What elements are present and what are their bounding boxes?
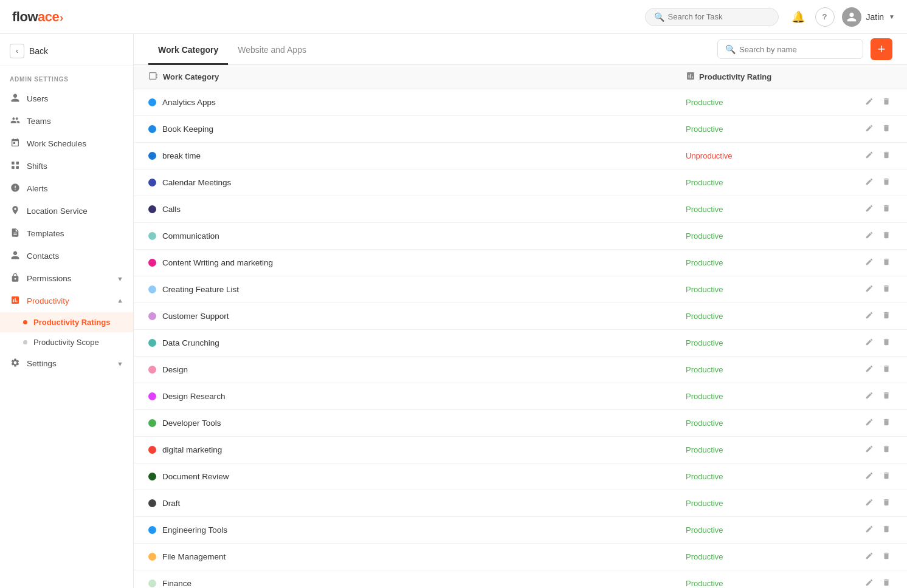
- row-category-14: Document Review: [148, 472, 686, 481]
- edit-button-13[interactable]: [863, 443, 875, 457]
- back-button[interactable]: ‹ Back: [0, 34, 133, 66]
- delete-button-8[interactable]: [880, 309, 892, 323]
- edit-button-11[interactable]: [863, 389, 875, 403]
- table-row: Calendar Meetings Productive: [134, 169, 907, 196]
- delete-button-12[interactable]: [880, 416, 892, 430]
- delete-button-14[interactable]: [880, 470, 892, 484]
- edit-button-16[interactable]: [863, 523, 875, 537]
- sidebar-item-alerts[interactable]: Alerts: [0, 177, 133, 200]
- delete-button-9[interactable]: [880, 336, 892, 350]
- productivity-scope-dot: [23, 340, 27, 344]
- global-search-input[interactable]: [668, 12, 770, 21]
- sidebar-item-productivity-scope[interactable]: Productivity Scope: [0, 332, 133, 352]
- edit-button-14[interactable]: [863, 470, 875, 484]
- navbar: flowace› 🔍 🔔 ? Jatin ▼: [0, 0, 907, 34]
- edit-button-7[interactable]: [863, 282, 875, 296]
- edit-button-9[interactable]: [863, 336, 875, 350]
- edit-button-10[interactable]: [863, 363, 875, 377]
- delete-button-1[interactable]: [880, 122, 892, 136]
- edit-button-15[interactable]: [863, 496, 875, 510]
- row-rating-13: Productive: [686, 445, 856, 454]
- col-category-header: Work Category: [148, 71, 686, 83]
- delete-button-15[interactable]: [880, 496, 892, 510]
- delete-button-3[interactable]: [880, 176, 892, 190]
- table-row: Customer Support Productive: [134, 303, 907, 330]
- sidebar-item-contacts[interactable]: Contacts: [0, 245, 133, 267]
- tab-work-category[interactable]: Work Category: [148, 34, 228, 65]
- category-name-12: Developer Tools: [162, 419, 221, 428]
- delete-button-0[interactable]: [880, 95, 892, 109]
- table-body: Analytics Apps Productive Book Keeping P…: [134, 89, 907, 588]
- sidebar-item-productivity-ratings[interactable]: Productivity Ratings: [0, 312, 133, 332]
- sidebar-item-location-service[interactable]: Location Service: [0, 200, 133, 222]
- svg-rect-0: [12, 162, 15, 165]
- row-actions-9: [856, 336, 892, 350]
- logo-accent: ace: [38, 9, 59, 24]
- user-section[interactable]: Jatin ▼: [842, 7, 895, 27]
- row-category-13: digital marketing: [148, 445, 686, 454]
- productivity-chevron-icon: ▼: [117, 298, 123, 305]
- row-rating-14: Productive: [686, 472, 856, 481]
- help-icon[interactable]: ?: [815, 7, 835, 27]
- delete-button-7[interactable]: [880, 282, 892, 296]
- category-dot-16: [148, 526, 156, 534]
- logo: flowace›: [12, 9, 63, 25]
- sidebar-item-settings[interactable]: Settings ▼: [0, 352, 133, 375]
- table-row: Calls Productive: [134, 196, 907, 223]
- edit-button-18[interactable]: [863, 576, 875, 588]
- sidebar-item-productivity[interactable]: Productivity ▼: [0, 290, 133, 312]
- sidebar-item-teams[interactable]: Teams: [0, 110, 133, 132]
- edit-button-4[interactable]: [863, 202, 875, 216]
- global-search-bar[interactable]: 🔍: [645, 8, 779, 26]
- edit-button-0[interactable]: [863, 95, 875, 109]
- add-button[interactable]: +: [871, 38, 892, 60]
- edit-button-3[interactable]: [863, 176, 875, 190]
- row-actions-0: [856, 95, 892, 109]
- sidebar-item-work-schedules[interactable]: Work Schedules: [0, 132, 133, 155]
- delete-button-5[interactable]: [880, 229, 892, 243]
- permissions-icon: [10, 273, 21, 284]
- edit-button-1[interactable]: [863, 122, 875, 136]
- row-actions-11: [856, 389, 892, 403]
- delete-button-13[interactable]: [880, 443, 892, 457]
- delete-button-2[interactable]: [880, 149, 892, 163]
- search-by-name-bar[interactable]: 🔍: [717, 39, 863, 59]
- logo-text: flowace›: [12, 9, 63, 25]
- sidebar-item-templates[interactable]: Templates: [0, 222, 133, 245]
- sidebar-item-shifts[interactable]: Shifts: [0, 155, 133, 177]
- templates-icon: [10, 228, 21, 239]
- svg-rect-1: [16, 162, 19, 165]
- category-name-2: break time: [162, 151, 201, 160]
- tabs: Work Category Website and Apps: [148, 34, 316, 64]
- search-by-name-input[interactable]: [739, 45, 855, 54]
- delete-button-4[interactable]: [880, 202, 892, 216]
- edit-button-8[interactable]: [863, 309, 875, 323]
- table-row: Design Research Productive: [134, 383, 907, 410]
- sidebar-item-permissions[interactable]: Permissions ▼: [0, 267, 133, 290]
- sidebar-item-users[interactable]: Users: [0, 87, 133, 110]
- delete-button-10[interactable]: [880, 363, 892, 377]
- delete-button-6[interactable]: [880, 256, 892, 270]
- category-name-9: Data Crunching: [162, 338, 219, 347]
- edit-button-17[interactable]: [863, 550, 875, 564]
- edit-button-5[interactable]: [863, 229, 875, 243]
- edit-button-2[interactable]: [863, 149, 875, 163]
- delete-button-18[interactable]: [880, 576, 892, 588]
- delete-button-16[interactable]: [880, 523, 892, 537]
- notification-icon[interactable]: 🔔: [788, 7, 808, 27]
- row-rating-16: Productive: [686, 525, 856, 535]
- header-right: 🔍 +: [717, 38, 892, 60]
- delete-button-17[interactable]: [880, 550, 892, 564]
- row-category-17: File Management: [148, 552, 686, 561]
- tab-website-apps[interactable]: Website and Apps: [228, 34, 316, 65]
- sidebar-location-label: Location Service: [27, 207, 88, 216]
- row-rating-17: Productive: [686, 552, 856, 561]
- category-name-1: Book Keeping: [162, 125, 213, 134]
- category-dot-3: [148, 179, 156, 186]
- delete-button-11[interactable]: [880, 389, 892, 403]
- edit-button-6[interactable]: [863, 256, 875, 270]
- productivity-icon: [10, 295, 21, 307]
- settings-icon: [10, 358, 21, 369]
- category-dot-1: [148, 125, 156, 133]
- edit-button-12[interactable]: [863, 416, 875, 430]
